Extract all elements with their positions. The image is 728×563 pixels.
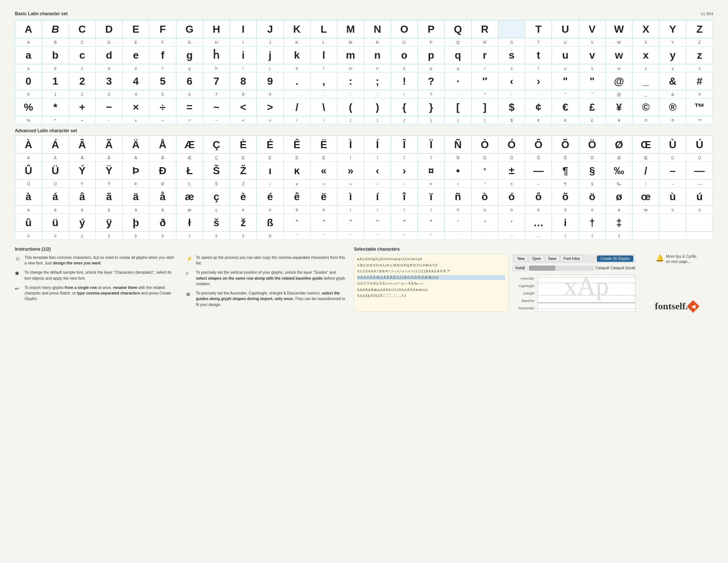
char-cell[interactable]: W <box>605 20 632 38</box>
char-list-line1: a,b,c,d,e,f,g,h,i,j,k,l,m,n,o,p,q,r,s,t,… <box>357 257 505 262</box>
instructions-left: Instructions (1/2) ☺ This template lists… <box>15 247 347 312</box>
adv-lower2-small: ûüýÿþðłšžßˆˆˇ˝˜˚˙··…I†‡ <box>15 232 713 240</box>
top-bar: Basic Latin character set v1.004 <box>15 11 713 16</box>
instruction-block-1: ☺ This template lists common characters,… <box>15 255 175 266</box>
char-cell[interactable]: O <box>391 20 417 38</box>
char-cell[interactable]: X <box>633 20 659 38</box>
instruction-text-5: To precisely set the vertical position o… <box>196 270 346 287</box>
fontself-logo: fontself. ◀ <box>655 301 698 312</box>
char-cell[interactable]: R <box>471 20 498 38</box>
numbers-big-row: 0123456789.,:;!?·″‹›""@_&# <box>15 72 713 90</box>
instruction-text-6: To precisely set the Ascender, CapHeight… <box>196 290 346 307</box>
selectable-title: Selectable characters <box>354 247 713 252</box>
basic-latin-title: Basic Latin character set <box>15 11 68 16</box>
char-cell[interactable]: J <box>257 20 283 38</box>
fontself-text: fontself. <box>655 301 688 312</box>
metrics-icon: ⊕ <box>186 290 193 307</box>
cap-height-label: CapHeight <box>512 284 534 288</box>
lowercase-big-row: abcdefgḣijklmnopqrstuvwxyz <box>15 46 713 64</box>
progress-fill <box>529 266 555 271</box>
instructions-area: Instructions (1/2) ☺ This template lists… <box>15 247 713 312</box>
fontself-diamond-icon: ◀ <box>687 300 699 313</box>
metrics-area: Ascender CapHeight xHeight Baseline Desc… <box>512 275 636 312</box>
char-cell[interactable]: L <box>310 20 337 38</box>
char-cell[interactable]: F <box>149 20 176 38</box>
instruction-text-2: To change the default sample font, unloc… <box>25 270 175 281</box>
instruction-text-4: To speed up the process you can also cop… <box>196 255 346 266</box>
adv-lower1-big: àáâãäåæçèéêëìíîïñòóôõöøœùú <box>15 188 713 206</box>
metrics-visual: xAp <box>537 275 636 312</box>
char-cell[interactable]: C <box>69 20 95 38</box>
baseline-icon: 𝜌 <box>186 270 193 287</box>
selectable-content: a,b,c,d,e,f,g,h,i,j,k,l,m,n,o,p,q,r,s,t,… <box>354 254 713 312</box>
char-list-adv3: à,á,â,ã,ä,å,æ,ç,è,é,ê,ë,ì,í,î,ï,ñ,ò,ó,ô,… <box>357 287 505 293</box>
instruction-block-6: ⊕ To precisely set the Ascender, CapHeig… <box>186 290 346 307</box>
char-list-adv4: û,ü,ý,ÿ,þ,ð,ł,š,ž,ß,ˆ,ˇ,˝,˜,˙,ˆ,ˇ,...,†,… <box>357 293 505 299</box>
advanced-latin-table: ÀÁÂÃÄÅÆÇÈÉÊËÌÍÎÏÑÒÓÔÕÖØŒÙÚ ÀÁÂÃÄÅÆÇÈÉÊËÌ… <box>15 136 713 240</box>
progress-bar <box>529 266 594 271</box>
char-cell[interactable]: G <box>176 20 203 38</box>
char-cell[interactable]: D <box>95 20 122 38</box>
instruction-text-3: To import many glyphs from a single row … <box>25 285 175 302</box>
symbols-small-row: %*+-x÷=~<>/\(){}[]$¢€£¥©®™ <box>15 116 713 124</box>
numbers-small-row: 0123456789.,:;!?·*-·""@_&# <box>15 90 713 98</box>
new-button[interactable]: New <box>514 256 528 262</box>
metrics-display-text: xAp <box>564 275 609 299</box>
tip-box: 🔔 More tips & Cyrillicon next page... fo… <box>639 254 713 312</box>
instruction-block-3: ↩ To import many glyphs from a single ro… <box>15 285 175 302</box>
char-cell[interactable]: B <box>42 20 69 38</box>
smiley-icon: ☺ <box>15 255 22 266</box>
char-cell[interactable]: V <box>579 20 605 38</box>
install-row: Install Catapult Catapult (local) <box>512 265 636 271</box>
plugin-toolbar: New Open Save Font Infos Create 26 Glyph… <box>512 254 636 263</box>
basic-latin-table: A B C D E F G H I J K L M N O P Q R T U … <box>15 20 713 124</box>
char-cell[interactable]: M <box>337 20 364 38</box>
save-button[interactable]: Save <box>545 256 560 262</box>
x-height-label: xHeight <box>512 292 534 295</box>
char-list-line2: A,B,C,D,E,F,G,H,I,J,K,L,M,N,O,P,Q,R,S,T,… <box>357 263 505 268</box>
adv-lower1-small: àáâãäåæçèéêëìíîïñòóôõöøœùú <box>15 206 713 214</box>
char-cell[interactable]: U <box>552 20 579 38</box>
char-cell[interactable]: E <box>123 20 149 38</box>
char-cell[interactable]: Q <box>445 20 471 38</box>
install-button[interactable]: Install <box>512 265 528 271</box>
char-cell[interactable]: Y <box>659 20 686 38</box>
font-infos-button[interactable]: Font Infos <box>560 256 583 262</box>
char-list-box[interactable]: a,b,c,d,e,f,g,h,i,j,k,l,m,n,o,p,q,r,s,t,… <box>354 254 508 312</box>
char-cell[interactable]: K <box>283 20 310 38</box>
char-cell[interactable]: Z <box>686 20 713 38</box>
instructions-title: Instructions (1/2) <box>15 247 347 252</box>
create-glyphs-button[interactable]: Create 26 Glyphs <box>597 256 633 262</box>
tip-content: 🔔 More tips & Cyrillicon next page... <box>656 254 697 264</box>
metrics-labels: Ascender CapHeight xHeight Baseline Desc… <box>512 275 534 312</box>
adv-upper2-small: ÛÜÝŸÞÐŁŠŽıĸ«»‹›¤•°±–¶§‰/–— <box>15 180 713 188</box>
char-cell[interactable]: N <box>364 20 391 38</box>
char-list-line3: 0,1,2,3,4,5,6,7,8,9,%,*,+,−,×,÷,=,~,<,>,… <box>357 269 505 274</box>
catapult-label: Catapult <box>595 266 609 270</box>
char-cell[interactable]: T <box>525 20 552 38</box>
open-button[interactable]: Open <box>529 256 544 262</box>
descender-label: Descender <box>512 306 534 310</box>
lowercase-small-row: abcdefghijklmnopqrstuvwxyz <box>15 64 713 72</box>
instruction-text-1: This template lists common characters, b… <box>25 255 175 266</box>
char-cell[interactable]: H <box>203 20 230 38</box>
char-cell[interactable] <box>498 20 525 38</box>
baseline-label: Baseline <box>512 299 534 303</box>
bell-icon: 🔔 <box>656 254 664 262</box>
version-label: v1.004 <box>701 12 713 16</box>
instruction-block-5: 𝜌 To precisely set the vertical position… <box>186 270 346 287</box>
symbols-big-row: %*+−×÷=~<>/\(){}[]$¢€£¥©®™ <box>15 98 713 116</box>
instruction-block-2: ✱ To change the default sample font, unl… <box>15 270 175 281</box>
adv-upper2-big: ÛÜÝŸÞÐŁŠŽıĸ«»‹›¤•°±—¶§‰/–— <box>15 162 713 180</box>
import-icon: ↩ <box>15 285 22 302</box>
adv-lower2-big: ûüýÿþðłšžßˆˆˇ˝˜˚˙ʻʼ…i†‡ <box>15 214 713 232</box>
char-cell[interactable]: A <box>15 20 42 38</box>
char-cell[interactable]: I <box>230 20 257 38</box>
uppercase-small-row: ABCDEFGHIJKLMNOPQRSTUVWXYZ <box>15 38 713 46</box>
fontself-logo-area: fontself. ◀ <box>655 301 698 312</box>
char-list-adv1: À,Á,Â,Ã,Ä,Å,Æ,Ç,È,É,Ê,Ë,Ì,Í,Î,Ï,Ñ,Ò,Ó,Ô,… <box>357 275 505 280</box>
char-cell[interactable]: P <box>417 20 444 38</box>
adv-upper1-big: ÀÁÂÃÄÅÆÇÈÉÊËÌÍÎÏÑÒÓÔÕÖØŒÙÚ <box>15 136 713 154</box>
catapult-local-label: Catapult (local) <box>611 266 636 270</box>
uppercase-big-row: A B C D E F G H I J K L M N O P Q R T U … <box>15 20 713 38</box>
